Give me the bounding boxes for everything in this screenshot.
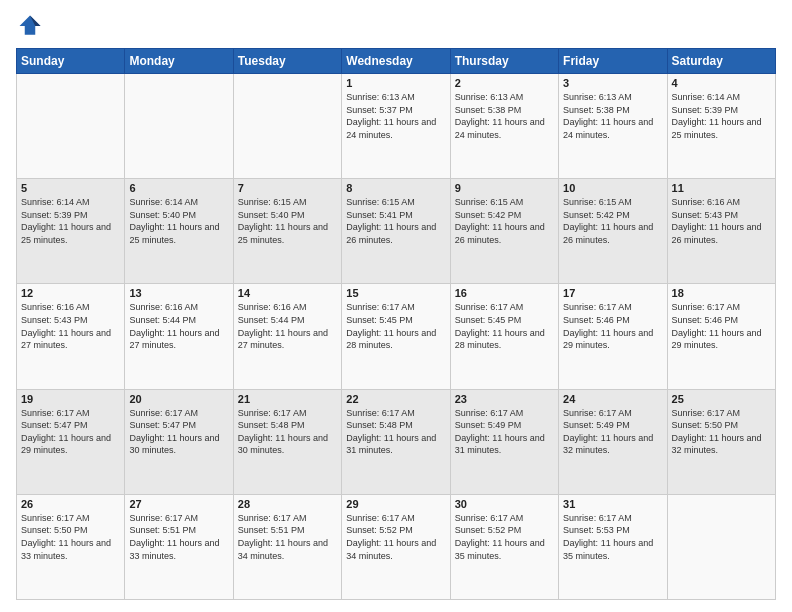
- day-info: Sunrise: 6:17 AM Sunset: 5:45 PM Dayligh…: [346, 301, 445, 351]
- calendar-table: Sunday Monday Tuesday Wednesday Thursday…: [16, 48, 776, 600]
- day-number: 23: [455, 393, 554, 405]
- calendar-cell: 17 Sunrise: 6:17 AM Sunset: 5:46 PM Dayl…: [559, 284, 667, 389]
- week-row-4: 19 Sunrise: 6:17 AM Sunset: 5:47 PM Dayl…: [17, 389, 776, 494]
- calendar-cell: 21 Sunrise: 6:17 AM Sunset: 5:48 PM Dayl…: [233, 389, 341, 494]
- day-info: Sunrise: 6:15 AM Sunset: 5:40 PM Dayligh…: [238, 196, 337, 246]
- day-number: 31: [563, 498, 662, 510]
- calendar-cell: 1 Sunrise: 6:13 AM Sunset: 5:37 PM Dayli…: [342, 74, 450, 179]
- day-number: 8: [346, 182, 445, 194]
- page: Sunday Monday Tuesday Wednesday Thursday…: [0, 0, 792, 612]
- week-row-1: 1 Sunrise: 6:13 AM Sunset: 5:37 PM Dayli…: [17, 74, 776, 179]
- day-number: 11: [672, 182, 771, 194]
- calendar-cell: 29 Sunrise: 6:17 AM Sunset: 5:52 PM Dayl…: [342, 494, 450, 599]
- logo: [16, 12, 48, 40]
- header-wednesday: Wednesday: [342, 49, 450, 74]
- calendar-cell: 18 Sunrise: 6:17 AM Sunset: 5:46 PM Dayl…: [667, 284, 775, 389]
- day-number: 19: [21, 393, 120, 405]
- day-info: Sunrise: 6:15 AM Sunset: 5:42 PM Dayligh…: [455, 196, 554, 246]
- day-number: 26: [21, 498, 120, 510]
- calendar-cell: 13 Sunrise: 6:16 AM Sunset: 5:44 PM Dayl…: [125, 284, 233, 389]
- calendar-cell: 26 Sunrise: 6:17 AM Sunset: 5:50 PM Dayl…: [17, 494, 125, 599]
- calendar-cell: 24 Sunrise: 6:17 AM Sunset: 5:49 PM Dayl…: [559, 389, 667, 494]
- day-info: Sunrise: 6:17 AM Sunset: 5:49 PM Dayligh…: [455, 407, 554, 457]
- calendar-cell: 2 Sunrise: 6:13 AM Sunset: 5:38 PM Dayli…: [450, 74, 558, 179]
- calendar-cell: 3 Sunrise: 6:13 AM Sunset: 5:38 PM Dayli…: [559, 74, 667, 179]
- day-info: Sunrise: 6:16 AM Sunset: 5:43 PM Dayligh…: [672, 196, 771, 246]
- day-info: Sunrise: 6:17 AM Sunset: 5:52 PM Dayligh…: [346, 512, 445, 562]
- calendar-cell: 8 Sunrise: 6:15 AM Sunset: 5:41 PM Dayli…: [342, 179, 450, 284]
- day-number: 25: [672, 393, 771, 405]
- header-thursday: Thursday: [450, 49, 558, 74]
- day-info: Sunrise: 6:17 AM Sunset: 5:50 PM Dayligh…: [672, 407, 771, 457]
- week-row-5: 26 Sunrise: 6:17 AM Sunset: 5:50 PM Dayl…: [17, 494, 776, 599]
- day-info: Sunrise: 6:17 AM Sunset: 5:46 PM Dayligh…: [672, 301, 771, 351]
- day-info: Sunrise: 6:17 AM Sunset: 5:47 PM Dayligh…: [129, 407, 228, 457]
- header-tuesday: Tuesday: [233, 49, 341, 74]
- day-info: Sunrise: 6:17 AM Sunset: 5:49 PM Dayligh…: [563, 407, 662, 457]
- day-info: Sunrise: 6:13 AM Sunset: 5:38 PM Dayligh…: [455, 91, 554, 141]
- day-number: 10: [563, 182, 662, 194]
- day-info: Sunrise: 6:17 AM Sunset: 5:51 PM Dayligh…: [238, 512, 337, 562]
- logo-icon: [16, 12, 44, 40]
- day-info: Sunrise: 6:16 AM Sunset: 5:44 PM Dayligh…: [129, 301, 228, 351]
- day-number: 29: [346, 498, 445, 510]
- day-info: Sunrise: 6:17 AM Sunset: 5:46 PM Dayligh…: [563, 301, 662, 351]
- calendar-cell: [667, 494, 775, 599]
- day-info: Sunrise: 6:17 AM Sunset: 5:50 PM Dayligh…: [21, 512, 120, 562]
- day-info: Sunrise: 6:14 AM Sunset: 5:39 PM Dayligh…: [21, 196, 120, 246]
- day-info: Sunrise: 6:13 AM Sunset: 5:38 PM Dayligh…: [563, 91, 662, 141]
- week-row-3: 12 Sunrise: 6:16 AM Sunset: 5:43 PM Dayl…: [17, 284, 776, 389]
- day-number: 13: [129, 287, 228, 299]
- calendar-cell: 28 Sunrise: 6:17 AM Sunset: 5:51 PM Dayl…: [233, 494, 341, 599]
- day-number: 5: [21, 182, 120, 194]
- calendar-cell: [233, 74, 341, 179]
- day-number: 22: [346, 393, 445, 405]
- day-info: Sunrise: 6:14 AM Sunset: 5:40 PM Dayligh…: [129, 196, 228, 246]
- calendar-cell: 19 Sunrise: 6:17 AM Sunset: 5:47 PM Dayl…: [17, 389, 125, 494]
- day-info: Sunrise: 6:17 AM Sunset: 5:51 PM Dayligh…: [129, 512, 228, 562]
- day-info: Sunrise: 6:17 AM Sunset: 5:47 PM Dayligh…: [21, 407, 120, 457]
- calendar-cell: 25 Sunrise: 6:17 AM Sunset: 5:50 PM Dayl…: [667, 389, 775, 494]
- day-info: Sunrise: 6:15 AM Sunset: 5:42 PM Dayligh…: [563, 196, 662, 246]
- week-row-2: 5 Sunrise: 6:14 AM Sunset: 5:39 PM Dayli…: [17, 179, 776, 284]
- calendar-cell: 7 Sunrise: 6:15 AM Sunset: 5:40 PM Dayli…: [233, 179, 341, 284]
- header-sunday: Sunday: [17, 49, 125, 74]
- calendar-cell: 31 Sunrise: 6:17 AM Sunset: 5:53 PM Dayl…: [559, 494, 667, 599]
- day-number: 6: [129, 182, 228, 194]
- calendar-cell: 10 Sunrise: 6:15 AM Sunset: 5:42 PM Dayl…: [559, 179, 667, 284]
- calendar-cell: 22 Sunrise: 6:17 AM Sunset: 5:48 PM Dayl…: [342, 389, 450, 494]
- day-number: 3: [563, 77, 662, 89]
- day-info: Sunrise: 6:15 AM Sunset: 5:41 PM Dayligh…: [346, 196, 445, 246]
- day-number: 28: [238, 498, 337, 510]
- day-number: 4: [672, 77, 771, 89]
- calendar-cell: 4 Sunrise: 6:14 AM Sunset: 5:39 PM Dayli…: [667, 74, 775, 179]
- calendar-cell: [17, 74, 125, 179]
- calendar-cell: 30 Sunrise: 6:17 AM Sunset: 5:52 PM Dayl…: [450, 494, 558, 599]
- day-number: 1: [346, 77, 445, 89]
- calendar-cell: 15 Sunrise: 6:17 AM Sunset: 5:45 PM Dayl…: [342, 284, 450, 389]
- day-info: Sunrise: 6:16 AM Sunset: 5:43 PM Dayligh…: [21, 301, 120, 351]
- day-number: 20: [129, 393, 228, 405]
- calendar-cell: [125, 74, 233, 179]
- calendar-cell: 20 Sunrise: 6:17 AM Sunset: 5:47 PM Dayl…: [125, 389, 233, 494]
- calendar-cell: 23 Sunrise: 6:17 AM Sunset: 5:49 PM Dayl…: [450, 389, 558, 494]
- day-number: 9: [455, 182, 554, 194]
- day-info: Sunrise: 6:16 AM Sunset: 5:44 PM Dayligh…: [238, 301, 337, 351]
- day-number: 16: [455, 287, 554, 299]
- day-info: Sunrise: 6:17 AM Sunset: 5:48 PM Dayligh…: [238, 407, 337, 457]
- day-number: 30: [455, 498, 554, 510]
- day-number: 27: [129, 498, 228, 510]
- day-number: 21: [238, 393, 337, 405]
- calendar-cell: 9 Sunrise: 6:15 AM Sunset: 5:42 PM Dayli…: [450, 179, 558, 284]
- calendar-cell: 5 Sunrise: 6:14 AM Sunset: 5:39 PM Dayli…: [17, 179, 125, 284]
- day-info: Sunrise: 6:17 AM Sunset: 5:53 PM Dayligh…: [563, 512, 662, 562]
- day-number: 24: [563, 393, 662, 405]
- day-number: 15: [346, 287, 445, 299]
- weekday-header-row: Sunday Monday Tuesday Wednesday Thursday…: [17, 49, 776, 74]
- header-saturday: Saturday: [667, 49, 775, 74]
- day-number: 18: [672, 287, 771, 299]
- calendar-cell: 14 Sunrise: 6:16 AM Sunset: 5:44 PM Dayl…: [233, 284, 341, 389]
- calendar-cell: 6 Sunrise: 6:14 AM Sunset: 5:40 PM Dayli…: [125, 179, 233, 284]
- day-number: 17: [563, 287, 662, 299]
- day-number: 7: [238, 182, 337, 194]
